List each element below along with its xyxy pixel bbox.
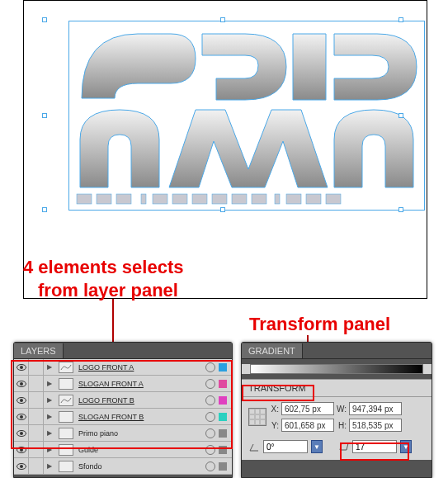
handle-e[interactable]	[398, 113, 403, 118]
h-field[interactable]: 518,535 px	[349, 419, 402, 432]
lock-cell[interactable]	[29, 442, 44, 458]
svg-rect-8	[232, 194, 247, 204]
handle-s[interactable]	[220, 207, 225, 212]
svg-rect-6	[192, 194, 207, 204]
w-field[interactable]: 947,394 px	[349, 402, 402, 415]
shear-field[interactable]: 17	[352, 440, 397, 453]
rotate-angle-icon	[248, 441, 260, 452]
handle-se[interactable]	[398, 207, 403, 212]
disclosure-triangle-icon[interactable]: ▶	[44, 392, 55, 409]
handle-nw[interactable]	[42, 17, 47, 22]
layer-row[interactable]: ▶ LOGO FRONT B	[14, 392, 232, 409]
layer-name[interactable]: LOGO FRONT A	[77, 363, 205, 372]
layer-name[interactable]: SLOGAN FRONT A	[77, 380, 205, 388]
shear-icon	[337, 441, 349, 452]
gradient-tab[interactable]: GRADIENT	[242, 343, 303, 358]
handle-w[interactable]	[42, 113, 47, 118]
visibility-icon[interactable]	[14, 458, 29, 475]
visibility-icon[interactable]	[14, 442, 29, 458]
layer-name[interactable]: Guide	[77, 446, 205, 454]
layers-panel-body: ▶ LOGO FRONT A ▶ SLOGAN FRONT A ▶ LOGO F…	[14, 359, 232, 475]
target-icon[interactable]	[205, 379, 215, 389]
handle-n[interactable]	[220, 17, 225, 22]
layer-name[interactable]: Primo piano	[77, 429, 205, 438]
target-icon[interactable]	[205, 395, 215, 405]
visibility-icon[interactable]	[14, 425, 29, 442]
svg-rect-10	[275, 194, 280, 204]
layer-thumbnail	[59, 411, 73, 423]
gradient-panel-body	[242, 364, 431, 374]
w-label: W:	[334, 405, 349, 414]
target-icon[interactable]	[205, 428, 215, 438]
lock-cell[interactable]	[29, 376, 44, 392]
layers-panel: LAYERS ▶ LOGO FRONT A ▶ SLOGAN FRONT A ▶…	[13, 342, 233, 478]
target-icon[interactable]	[205, 412, 215, 422]
disclosure-triangle-icon[interactable]: ▶	[44, 442, 55, 458]
x-field[interactable]: 602,75 px	[281, 402, 334, 415]
svg-point-21	[20, 415, 23, 419]
svg-point-19	[20, 399, 23, 402]
caption-layers-line2: from layer panel	[23, 279, 183, 302]
layer-row[interactable]: ▶ Sfondo	[14, 458, 232, 475]
lock-cell[interactable]	[29, 392, 44, 409]
selection-color-chip	[219, 413, 227, 421]
angle-dropdown[interactable]: ▼	[311, 440, 323, 453]
svg-point-25	[20, 448, 23, 452]
layer-name[interactable]: LOGO FRONT B	[77, 396, 205, 405]
shear-value: 17	[356, 443, 365, 452]
visibility-icon[interactable]	[14, 376, 29, 392]
layer-thumbnail	[59, 444, 73, 456]
x-value: 602,75 px	[285, 405, 321, 414]
handle-sw[interactable]	[42, 207, 47, 212]
layer-row[interactable]: ▶ LOGO FRONT A	[14, 359, 232, 376]
svg-point-17	[20, 382, 23, 386]
y-field[interactable]: 601,658 px	[281, 419, 334, 432]
disclosure-triangle-icon[interactable]: ▶	[44, 376, 55, 392]
layers-tab[interactable]: LAYERS	[14, 343, 64, 358]
selection-color-chip	[219, 462, 227, 471]
svg-point-23	[20, 432, 23, 435]
layer-row[interactable]: ▶ Primo piano	[14, 425, 232, 442]
lock-cell[interactable]	[29, 409, 44, 425]
svg-rect-0	[77, 194, 92, 204]
w-value: 947,394 px	[352, 405, 394, 414]
disclosure-triangle-icon[interactable]: ▶	[44, 359, 55, 376]
caption-layers-line1: 4 elements selects	[23, 256, 183, 279]
gradient-preview-bar[interactable]	[250, 364, 423, 374]
selection-color-chip	[219, 446, 227, 454]
angle-value: 0°	[266, 443, 275, 452]
lock-cell[interactable]	[29, 458, 44, 475]
transform-tab[interactable]: TRANSFORM	[242, 381, 313, 395]
lock-cell[interactable]	[29, 359, 44, 376]
svg-rect-5	[172, 194, 187, 204]
layer-row[interactable]: ▶ Guide	[14, 442, 232, 458]
svg-rect-7	[212, 194, 227, 204]
artwork-logo[interactable]	[72, 24, 422, 207]
selection-color-chip	[219, 429, 227, 438]
reference-point-selector[interactable]	[248, 408, 266, 426]
layer-thumbnail	[59, 461, 73, 472]
layer-thumbnail	[59, 428, 73, 439]
svg-point-27	[20, 465, 23, 468]
shear-dropdown[interactable]: ▼	[400, 440, 412, 453]
layer-row[interactable]: ▶ SLOGAN FRONT A	[14, 376, 232, 392]
visibility-icon[interactable]	[14, 392, 29, 409]
target-icon[interactable]	[205, 461, 215, 471]
disclosure-triangle-icon[interactable]: ▶	[44, 458, 55, 475]
visibility-icon[interactable]	[14, 409, 29, 425]
lock-cell[interactable]	[29, 425, 44, 442]
y-label: Y:	[270, 421, 281, 430]
layer-name[interactable]: SLOGAN FRONT B	[77, 413, 205, 421]
layer-row[interactable]: ▶ SLOGAN FRONT B	[14, 409, 232, 425]
svg-rect-12	[306, 194, 321, 204]
target-icon[interactable]	[205, 445, 215, 455]
gradient-transform-panel: GRADIENT TRANSFORM X: 602,75 px W: 947,3…	[241, 342, 432, 478]
disclosure-triangle-icon[interactable]: ▶	[44, 409, 55, 425]
visibility-icon[interactable]	[14, 359, 29, 376]
target-icon[interactable]	[205, 362, 215, 372]
disclosure-triangle-icon[interactable]: ▶	[44, 425, 55, 442]
layer-name[interactable]: Sfondo	[77, 462, 205, 471]
transform-panel-header: TRANSFORM	[242, 379, 431, 397]
angle-field[interactable]: 0°	[263, 440, 308, 453]
handle-ne[interactable]	[398, 17, 403, 22]
